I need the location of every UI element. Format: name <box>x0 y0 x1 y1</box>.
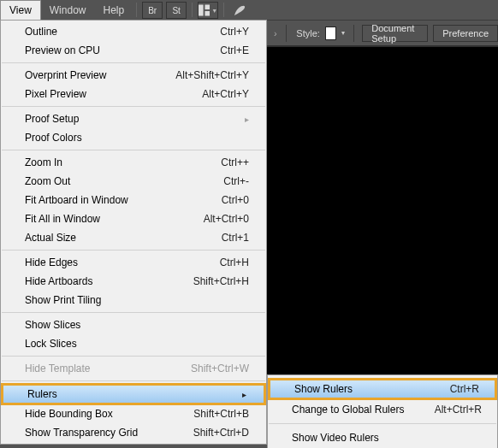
chevron-right-icon: › <box>274 28 277 38</box>
shortcut: Alt+Ctrl+0 <box>204 213 249 225</box>
shortcut: Alt+Ctrl+Y <box>202 88 249 100</box>
menu-item-zoom-out[interactable]: Zoom Out Ctrl+- <box>1 172 266 191</box>
shortcut: Shift+Ctrl+B <box>193 408 249 420</box>
rulers-submenu: Show Rulers Ctrl+R Change to Global Rule… <box>267 374 498 448</box>
shortcut: Ctrl+- <box>223 175 249 187</box>
menu-item-pixel-preview[interactable]: Pixel Preview Alt+Ctrl+Y <box>1 85 266 103</box>
label: Show Rulers <box>294 383 450 395</box>
shortcut: Ctrl+E <box>220 44 249 56</box>
label: Outline <box>25 26 220 38</box>
menu-divider <box>2 250 265 251</box>
menu-item-proof-setup[interactable]: Proof Setup ▸ <box>1 109 266 128</box>
shortcut: Alt+Ctrl+R <box>435 404 482 416</box>
view-menu: Outline Ctrl+Y Preview on CPU Ctrl+E Ove… <box>0 20 267 445</box>
style-dropdown-caret-icon[interactable]: ▾ <box>341 29 345 37</box>
submenu-item-show-video-rulers[interactable]: Show Video Rulers <box>268 427 497 448</box>
document-setup-button[interactable]: Document Setup <box>362 25 428 42</box>
svg-rect-1 <box>205 4 210 9</box>
label: Pixel Preview <box>25 88 202 100</box>
menu-window[interactable]: Window <box>41 0 95 20</box>
menu-item-show-transparency-grid[interactable]: Show Transparency Grid Shift+Ctrl+D <box>1 423 266 442</box>
label: Change to Global Rulers <box>292 404 435 416</box>
style-swatch[interactable] <box>325 27 336 40</box>
shortcut: Ctrl+H <box>220 256 249 268</box>
label: Fit Artboard in Window <box>25 194 222 206</box>
menu-item-actual-size[interactable]: Actual Size Ctrl+1 <box>1 228 266 247</box>
menu-item-hide-template: Hide Template Shift+Ctrl+W <box>1 359 266 378</box>
dropdown-caret-icon: ▼ <box>211 8 217 14</box>
label: Show Print Tiling <box>25 294 249 306</box>
label: Fit All in Window <box>25 213 204 225</box>
svg-rect-0 <box>199 4 204 15</box>
submenu-item-show-rulers[interactable]: Show Rulers Ctrl+R <box>268 378 497 400</box>
label: Actual Size <box>25 232 222 244</box>
menu-item-zoom-in[interactable]: Zoom In Ctrl++ <box>1 153 266 172</box>
menu-view[interactable]: View <box>0 0 41 20</box>
label: Proof Setup <box>25 113 240 125</box>
label: Show Slices <box>25 319 249 331</box>
arrange-documents-icon <box>199 4 210 16</box>
label: Hide Bounding Box <box>25 408 193 420</box>
menu-divider <box>2 380 265 381</box>
label: Zoom Out <box>25 175 223 187</box>
arrange-documents-button[interactable]: ▼ <box>198 2 218 19</box>
menu-item-overprint-preview[interactable]: Overprint Preview Alt+Shift+Ctrl+Y <box>1 66 266 85</box>
label: Show Video Rulers <box>292 432 482 444</box>
menubar-separator <box>136 3 137 17</box>
shortcut: Shift+Ctrl+H <box>193 275 249 287</box>
menu-divider <box>2 106 265 107</box>
submenu-arrow-icon: ▸ <box>242 390 246 399</box>
submenu-item-change-to-global-rulers[interactable]: Change to Global Rulers Alt+Ctrl+R <box>268 399 497 420</box>
shortcut: Alt+Shift+Ctrl+Y <box>175 69 249 81</box>
menu-divider <box>2 150 265 150</box>
menubar: View Window Help Br St ▼ <box>0 0 498 21</box>
preferences-button[interactable]: Preference <box>433 25 498 42</box>
shortcut: Ctrl++ <box>221 156 249 168</box>
toolbar-separator <box>353 25 354 42</box>
shortcut: Ctrl+0 <box>222 194 249 206</box>
label: Preview on CPU <box>25 44 220 56</box>
menu-divider <box>2 312 265 313</box>
feedback-button[interactable] <box>229 2 250 19</box>
label: Lock Slices <box>25 338 249 350</box>
menu-divider <box>2 356 265 357</box>
label: Overprint Preview <box>25 69 175 81</box>
shortcut: Shift+Ctrl+D <box>193 427 249 439</box>
menu-item-hide-edges[interactable]: Hide Edges Ctrl+H <box>1 253 266 272</box>
feather-icon <box>233 3 246 17</box>
menu-item-show-slices[interactable]: Show Slices <box>1 315 266 334</box>
menu-help[interactable]: Help <box>94 0 133 20</box>
menu-item-outline[interactable]: Outline Ctrl+Y <box>1 22 266 41</box>
menu-item-show-print-tiling[interactable]: Show Print Tiling <box>1 291 266 309</box>
label: Proof Colors <box>25 132 249 144</box>
label: Zoom In <box>25 156 221 168</box>
shortcut: Shift+Ctrl+W <box>191 363 249 374</box>
shortcut: Ctrl+Y <box>220 26 249 38</box>
menu-item-proof-colors[interactable]: Proof Colors <box>1 128 266 147</box>
stock-button[interactable]: St <box>166 2 187 19</box>
label: Hide Artboards <box>25 275 193 287</box>
submenu-arrow-icon: ▸ <box>245 115 249 124</box>
menu-item-fit-artboard[interactable]: Fit Artboard in Window Ctrl+0 <box>1 191 266 209</box>
toolbar-separator <box>286 25 287 42</box>
label: Rulers <box>27 388 237 400</box>
menubar-separator <box>192 3 193 17</box>
menubar-separator <box>223 3 224 17</box>
shortcut: Ctrl+1 <box>222 232 249 244</box>
bridge-button[interactable]: Br <box>142 2 163 19</box>
menu-item-hide-artboards[interactable]: Hide Artboards Shift+Ctrl+H <box>1 272 266 291</box>
menu-item-hide-bounding-box[interactable]: Hide Bounding Box Shift+Ctrl+B <box>1 404 266 423</box>
menu-item-preview-cpu[interactable]: Preview on CPU Ctrl+E <box>1 41 266 60</box>
menu-divider <box>2 62 265 63</box>
label: Hide Edges <box>25 256 220 268</box>
svg-rect-2 <box>205 11 210 16</box>
menu-item-fit-all[interactable]: Fit All in Window Alt+Ctrl+0 <box>1 209 266 228</box>
menu-item-lock-slices[interactable]: Lock Slices <box>1 334 266 353</box>
label: Show Transparency Grid <box>25 427 193 439</box>
shortcut: Ctrl+R <box>450 383 479 395</box>
menu-item-rulers[interactable]: Rulers ▸ <box>1 383 266 405</box>
style-label: Style: <box>296 28 320 38</box>
submenu-divider <box>269 423 496 424</box>
label: Hide Template <box>25 363 191 374</box>
